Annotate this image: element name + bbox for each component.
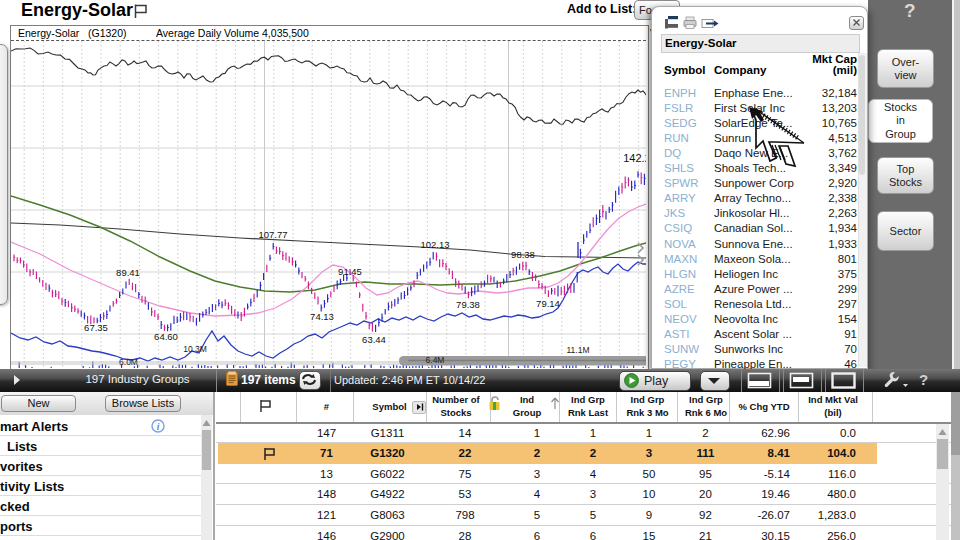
svg-text:67.35: 67.35 bbox=[84, 322, 108, 333]
svg-text:91.45: 91.45 bbox=[338, 266, 362, 277]
svg-text:79.14: 79.14 bbox=[536, 298, 560, 309]
svg-text:63.44: 63.44 bbox=[362, 334, 386, 345]
svg-text:89.41: 89.41 bbox=[116, 267, 140, 278]
svg-text:102.13: 102.13 bbox=[420, 239, 449, 250]
svg-text:6.4M: 6.4M bbox=[426, 355, 445, 365]
svg-text:107.77: 107.77 bbox=[258, 229, 287, 240]
svg-text:11.1M: 11.1M bbox=[567, 345, 590, 355]
svg-text:6.0M: 6.0M bbox=[119, 357, 138, 367]
svg-text:64.60: 64.60 bbox=[154, 331, 178, 342]
svg-text:i: i bbox=[157, 422, 160, 432]
svg-text:142.2: 142.2 bbox=[623, 152, 646, 164]
svg-text:98.38: 98.38 bbox=[511, 249, 535, 260]
svg-text:79.38: 79.38 bbox=[456, 299, 480, 310]
svg-text:10.3M: 10.3M bbox=[183, 344, 207, 354]
svg-text:74.13: 74.13 bbox=[310, 311, 334, 322]
